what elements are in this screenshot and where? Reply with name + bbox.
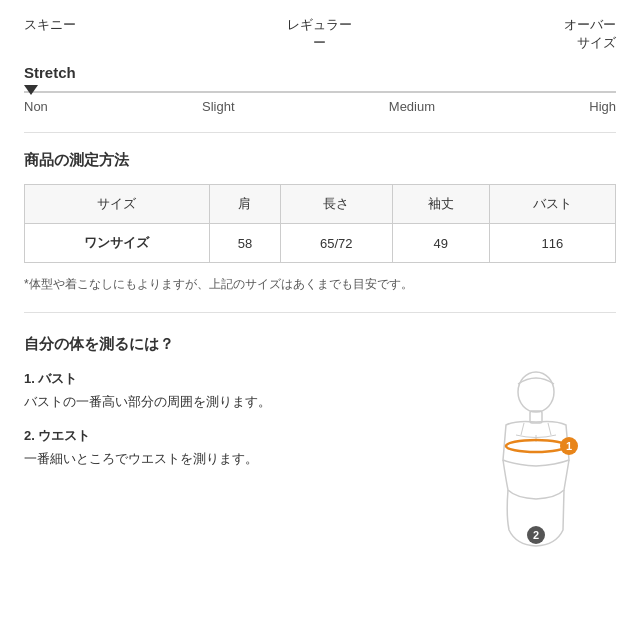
- footnote: *体型や着こなしにもよりますが、上記のサイズはあくまでも目安です。: [24, 275, 616, 294]
- body-measure-content: 1. バスト バストの一番高い部分の周囲を測ります。 2. ウエスト 一番細いと…: [24, 370, 616, 613]
- cell-bust: 116: [489, 224, 615, 263]
- fit-type-row: スキニー レギュラーー オーバーサイズ: [24, 0, 616, 64]
- stretch-label-medium: Medium: [389, 99, 435, 114]
- bust-name: バスト: [38, 371, 77, 386]
- measure-item-bust: 1. バスト バストの一番高い部分の周囲を測ります。: [24, 370, 444, 413]
- cell-shoulder: 58: [209, 224, 280, 263]
- svg-text:2: 2: [533, 529, 539, 541]
- col-sleeve: 袖丈: [392, 185, 489, 224]
- body-measure-text: 1. バスト バストの一番高い部分の周囲を測ります。 2. ウエスト 一番細いと…: [24, 370, 444, 613]
- stretch-label-high: High: [589, 99, 616, 114]
- measure-item-bust-desc: バストの一番高い部分の周囲を測ります。: [24, 392, 444, 413]
- cell-length: 65/72: [280, 224, 392, 263]
- page-container: スキニー レギュラーー オーバーサイズ Stretch Non Slight M…: [0, 0, 640, 613]
- slider-indicator: [24, 85, 38, 95]
- stretch-label-non: Non: [24, 99, 48, 114]
- measure-table: サイズ 肩 長さ 袖丈 バスト ワンサイズ 58 65/72 49 116: [24, 184, 616, 263]
- fit-type-regular: レギュラーー: [221, 16, 418, 52]
- slider-labels: Non Slight Medium High: [24, 99, 616, 114]
- col-size: サイズ: [25, 185, 210, 224]
- measure-item-waist: 2. ウエスト 一番細いところでウエストを測ります。: [24, 427, 444, 470]
- col-shoulder: 肩: [209, 185, 280, 224]
- stretch-slider: Non Slight Medium High: [24, 91, 616, 114]
- divider-2: [24, 312, 616, 313]
- fit-type-skinny: スキニー: [24, 16, 221, 52]
- waist-name: ウエスト: [38, 428, 90, 443]
- cell-sleeve: 49: [392, 224, 489, 263]
- stretch-label: Stretch: [24, 64, 616, 81]
- col-bust: バスト: [489, 185, 615, 224]
- fit-type-oversize: オーバーサイズ: [419, 16, 616, 52]
- svg-text:1: 1: [566, 440, 572, 452]
- body-measure-section: 自分の体を測るには？ 1. バスト バストの一番高い部分の周囲を測ります。 2.…: [24, 331, 616, 613]
- stretch-label-slight: Slight: [202, 99, 235, 114]
- col-length: 長さ: [280, 185, 392, 224]
- measure-item-waist-desc: 一番細いところでウエストを測ります。: [24, 449, 444, 470]
- table-header-row: サイズ 肩 長さ 袖丈 バスト: [25, 185, 616, 224]
- measure-item-waist-title: 2. ウエスト: [24, 427, 444, 445]
- slider-track: [24, 91, 616, 93]
- body-figure-svg: 1 2: [456, 370, 616, 610]
- divider-1: [24, 132, 616, 133]
- figure-illustration: 1 2: [456, 370, 616, 613]
- table-row: ワンサイズ 58 65/72 49 116: [25, 224, 616, 263]
- cell-size: ワンサイズ: [25, 224, 210, 263]
- svg-line-4: [548, 423, 551, 435]
- measurement-title: 商品の測定方法: [24, 151, 616, 170]
- bust-number: 1: [24, 371, 31, 386]
- waist-number: 2: [24, 428, 31, 443]
- measure-item-bust-title: 1. バスト: [24, 370, 444, 388]
- svg-line-3: [521, 423, 524, 435]
- body-measure-title: 自分の体を測るには？: [24, 335, 616, 354]
